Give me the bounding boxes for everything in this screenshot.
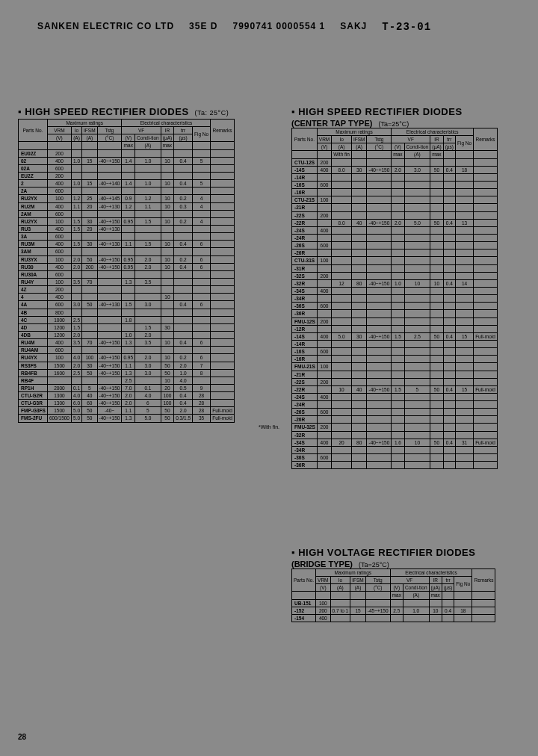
table-row: 4Z200 <box>19 286 235 294</box>
table-row: -1522000.7 to 115-45~+1502.51.0100.418 <box>292 607 495 614</box>
right-title: ▪ HIGH SPEED RECTIFIER DIODES <box>291 106 523 117</box>
table-row: 02A600 <box>19 164 235 172</box>
table-row: -24S400 <box>292 226 498 234</box>
table-row: -21R <box>292 204 498 211</box>
table-row: -26S600 <box>292 242 498 250</box>
table-row: CTU-21S100 <box>292 196 498 204</box>
table-row: RB4F2.5104.0 <box>19 377 235 384</box>
table-row: -16S600 <box>292 181 498 188</box>
table-row: -26R <box>292 416 498 424</box>
table-row: FMU-32S200 <box>292 424 498 431</box>
table-row: -22R1040-40~+1501.55500.415Full-mold <box>292 385 498 393</box>
table-row: -14S4008.030-40~+1502.03.0500.418 <box>292 166 498 173</box>
table-row: CTU-12S200 <box>292 158 498 166</box>
table-row: -24R <box>292 234 498 241</box>
right-table-block: ▪ HIGH SPEED RECTIFIER DIODES (CENTER TA… <box>291 105 523 469</box>
table-row: RS3FS15002.030-40~+1501.13.0502.07 <box>19 362 235 369</box>
table-row: -154400 <box>292 614 495 622</box>
table-row: 2A600 <box>19 188 235 195</box>
left-footnote: *With fin. <box>18 424 279 430</box>
left-table: Parts No.Maximum ratingsElectrical chara… <box>18 119 235 423</box>
bottom-table: Parts No.Maximum ratingsElectrical chara… <box>291 568 495 622</box>
table-row: FMU-12S200 <box>292 317 498 325</box>
table-row: -16R <box>292 189 498 196</box>
table-row: 24001.015-40~+1401.41.0100.45 <box>19 180 235 188</box>
table-row: 3AM600 <box>19 248 235 255</box>
code3: SAKJ <box>340 21 367 33</box>
table-row: 2AM600 <box>19 210 235 217</box>
table-row: -26R <box>292 250 498 257</box>
table-row: -34R <box>292 295 498 303</box>
table-row: FMP-G3FS15005.050-40~1.15502.028Full-mol… <box>19 407 235 415</box>
table-row: FMS-2FU600/15005.050-40~+1501.35.0500.3/… <box>19 415 235 422</box>
table-row: -24R <box>292 401 498 409</box>
table-row: FMU-21S100 <box>292 363 498 371</box>
table-row: -32R <box>292 431 498 439</box>
right-subtitle: (CENTER TAP TYPE)(Ta=25°C) <box>291 119 523 128</box>
handwritten-code: T-23-01 <box>382 21 431 33</box>
table-row: 3A600 <box>19 233 235 241</box>
page-number: 28 <box>18 733 26 741</box>
table-row: -34S4002080-40~+1501.610500.431Full-mold <box>292 439 498 446</box>
table-row: -36R <box>292 310 498 317</box>
table-row: EU2Z200 <box>19 172 235 179</box>
bottom-table-block: ▪ HIGH VOLTAGE RECTIFIER DIODES (BRIDGE … <box>291 545 523 622</box>
table-row: RU4AM600 <box>19 347 235 354</box>
table-row: UB-151100 <box>292 599 495 607</box>
table-row: -14R <box>292 173 498 181</box>
bottom-title: ▪ HIGH VOLTAGE RECTIFIER DIODES <box>291 547 523 558</box>
table-row: RU30A600 <box>19 270 235 278</box>
table-row: RU2YX1001.225-40~+1450.91.2100.24 <box>19 195 235 202</box>
table-row: -34R <box>292 446 498 453</box>
table-row: 440010 <box>19 294 235 301</box>
company: SANKEN ELECTRIC CO LTD <box>37 21 174 33</box>
left-table-block: ▪ HIGH SPEED RECTIFIER DIODES(Ta: 25°C) … <box>18 105 279 430</box>
right-table: Parts No.Maximum ratingsElectrical chara… <box>291 128 498 469</box>
table-row: RU3M4001.530-40~+1301.11.5100.46 <box>19 241 235 248</box>
table-row: -22S200 <box>292 211 498 219</box>
table-row: -21R <box>292 371 498 378</box>
code2: 7990741 0000554 1 <box>232 21 325 33</box>
table-row: CTU-G3R13006.060-40~+1502.061000.428 <box>19 400 235 407</box>
table-row: -22S200 <box>292 378 498 385</box>
table-row: -16S600 <box>292 348 498 356</box>
table-row: 4D12001.51.530 <box>19 323 235 331</box>
table-row: -31R <box>292 264 498 272</box>
page-header: SANKEN ELECTRIC CO LTD 35E D 7990741 000… <box>0 0 538 33</box>
table-row: -36S600 <box>292 303 498 310</box>
table-row: -16R <box>292 356 498 363</box>
table-row: -14S4005.030-40~+1501.52.5500.415Full-mo… <box>292 332 498 340</box>
table-row: -26S600 <box>292 409 498 416</box>
table-row: 4A6003.050-40~+1301.53.00.46 <box>19 301 235 309</box>
table-row: CTU-G2R13004.040-40~+1502.04.01000.428 <box>19 392 235 400</box>
table-row: -34S400 <box>292 287 498 294</box>
table-row: -14R <box>292 340 498 347</box>
table-row: 4DB12002.01.02.0 <box>19 331 235 338</box>
table-row: RU4M4003.570-40~+1501.33.5100.46 <box>19 339 235 347</box>
table-row: CTU-31S100 <box>292 257 498 264</box>
table-row: RU3YX1002.050-40~+1500.952.0100.26 <box>19 255 235 263</box>
table-row: 4C10002.51.8 <box>19 316 235 323</box>
table-row: RU4YX1004.0100-40~+1500.952.0100.26 <box>19 354 235 362</box>
table-row: -32R1280-40~+1501.010100.414 <box>292 279 498 287</box>
bottom-subtitle: (BRIDGE TYPE)(Ta=25°C) <box>291 560 523 568</box>
table-row: RU34001.520-40~+130 <box>19 225 235 232</box>
table-row: RU2M4001.120-40~+1301.21.1100.34 <box>19 202 235 210</box>
table-row: 024001.015-40~+1501.41.0100.45 <box>19 157 235 164</box>
table-row: -24S400 <box>292 393 498 400</box>
table-row: -22R8.040-40~+1502.05.0500.413 <box>292 219 498 226</box>
table-row: RU2YX1001.530-40~+1500.951.5100.24 <box>19 217 235 225</box>
table-row: RP1H20000.15-40~+1507.00.1200.59 <box>19 384 235 391</box>
table-row: 4B800 <box>19 309 235 316</box>
table-row: RU304002.0200-40~+1500.952.0100.46 <box>19 263 235 270</box>
table-row: EU02Z200 <box>19 149 235 157</box>
table-row: -36R <box>292 462 498 469</box>
table-row: -36S600 <box>292 454 498 462</box>
left-title: ▪ HIGH SPEED RECTIFIER DIODES(Ta: 25°C) <box>18 106 279 117</box>
table-row: RB4FB16002.550-40~+1501.33.0501.08 <box>19 369 235 377</box>
table-row: RU4Y1003.5701.33.5 <box>19 278 235 285</box>
code1: 35E D <box>189 21 217 33</box>
table-row: -12R <box>292 325 498 332</box>
table-row: -32S200 <box>292 272 498 279</box>
